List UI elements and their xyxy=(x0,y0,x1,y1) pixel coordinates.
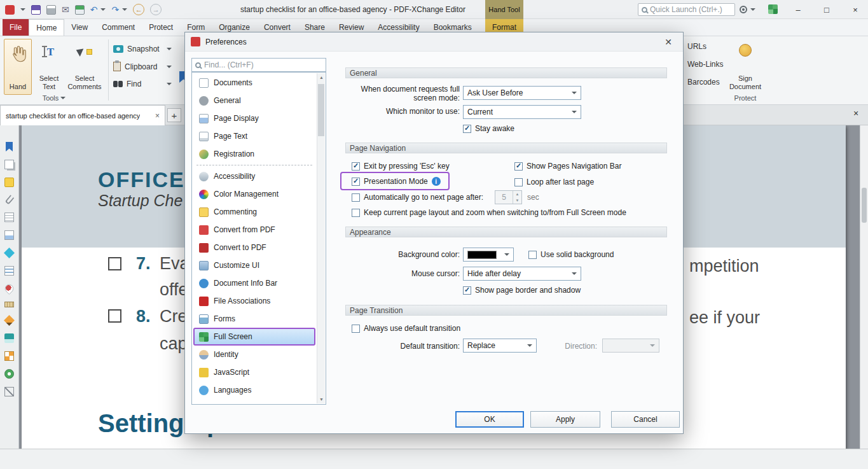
category-list-scrollbar[interactable]: ▲ ▼ xyxy=(317,73,325,403)
cancel-button[interactable]: Cancel xyxy=(611,411,680,428)
scrollbar-thumb[interactable] xyxy=(862,188,867,223)
menu-protect[interactable]: Protect xyxy=(142,19,180,36)
menu-view[interactable]: View xyxy=(64,19,95,36)
preferences-search-input[interactable] xyxy=(204,60,322,69)
select-comments-button[interactable]: SelectComments xyxy=(65,39,104,95)
category-accessibility[interactable]: Accessibility xyxy=(193,167,315,185)
quick-launch-box[interactable] xyxy=(638,3,735,16)
settings-caret-icon[interactable] xyxy=(750,8,755,13)
monitor-combo[interactable]: Current xyxy=(463,105,581,119)
compass-icon[interactable] xyxy=(4,369,14,379)
comments-panel-icon[interactable] xyxy=(4,178,14,187)
bookmarks-panel-icon[interactable] xyxy=(6,142,13,151)
pencil-icon[interactable] xyxy=(4,315,15,326)
tabbar-close-icon[interactable]: × xyxy=(853,108,858,118)
category-forms[interactable]: Forms xyxy=(193,310,315,328)
category-registration[interactable]: Registration xyxy=(193,145,315,163)
ui-switch-grid-icon[interactable] xyxy=(768,4,778,14)
hand-tool-button[interactable]: Hand xyxy=(4,39,32,95)
category-document-info-bar[interactable]: Document Info Bar xyxy=(193,274,315,292)
auto-next-page-checkbox[interactable]: Automatically go to next page after: xyxy=(352,193,483,202)
print-icon[interactable] xyxy=(46,5,56,15)
grid-icon[interactable] xyxy=(4,351,14,361)
scroll-down-icon[interactable]: ▼ xyxy=(317,395,326,403)
find-button[interactable]: Find xyxy=(113,80,172,88)
loop-after-last-checkbox[interactable]: Loop after last page xyxy=(514,178,594,186)
dialog-close-icon[interactable]: ✕ xyxy=(659,35,677,49)
clipboard-button[interactable]: Clipboard xyxy=(113,62,172,71)
content-list-icon[interactable] xyxy=(4,266,14,276)
hand-tool-contextual-tab[interactable]: Hand Tool xyxy=(485,0,523,19)
export-icon[interactable] xyxy=(75,5,85,15)
category-commenting[interactable]: Commenting xyxy=(193,203,315,221)
layers-diamond-icon[interactable] xyxy=(4,248,15,258)
ok-button[interactable]: OK xyxy=(455,411,524,428)
preferences-search-box[interactable] xyxy=(191,58,326,72)
category-general[interactable]: General xyxy=(193,92,315,109)
quick-launch-input[interactable] xyxy=(650,5,731,14)
category-file-associations[interactable]: File Associations xyxy=(193,292,315,310)
select-text-button[interactable]: T SelectText xyxy=(34,39,64,95)
document-panel-icon[interactable] xyxy=(4,213,14,222)
scroll-thumb[interactable] xyxy=(318,84,324,136)
category-documents[interactable]: Documents xyxy=(193,74,315,92)
category-page-display[interactable]: Page Display xyxy=(193,109,315,127)
document-tab[interactable]: startup checklist for an office-based ag… xyxy=(0,105,165,125)
spinner-arrows[interactable]: ▲▼ xyxy=(513,191,521,204)
background-color-combo[interactable] xyxy=(463,248,514,262)
close-button[interactable]: × xyxy=(846,0,865,19)
category-convert-to-pdf[interactable]: Convert to PDF xyxy=(193,239,315,256)
scroll-up-icon[interactable]: ▲ xyxy=(317,73,326,81)
redo-caret-icon[interactable] xyxy=(122,8,127,13)
request-fullscreen-combo[interactable]: Ask User Before xyxy=(463,86,581,100)
category-languages[interactable]: Languages xyxy=(193,381,315,399)
pages-panel-icon[interactable] xyxy=(4,160,14,169)
category-page-text[interactable]: Page Text xyxy=(193,127,315,145)
document-scrollbar[interactable] xyxy=(860,125,868,449)
default-transition-combo[interactable]: Replace xyxy=(463,339,537,353)
attachments-paperclip-icon[interactable] xyxy=(4,195,14,205)
logo-menu-caret-icon[interactable] xyxy=(20,8,25,13)
menu-comment[interactable]: Comment xyxy=(95,19,142,36)
show-pages-nav-checkbox[interactable]: Show Pages Navigation Bar xyxy=(514,162,621,171)
dialog-title-bar[interactable]: Preferences ✕ xyxy=(185,32,683,52)
spin-down-icon[interactable]: ▼ xyxy=(513,197,521,204)
exit-esc-checkbox[interactable]: Exit by pressing 'Esc' key xyxy=(352,162,450,171)
destinations-pin-icon[interactable] xyxy=(3,283,15,295)
always-default-transition-checkbox[interactable]: Always use default transition xyxy=(352,324,460,333)
category-convert-from-pdf[interactable]: Convert from PDF xyxy=(193,221,315,239)
resize-arrows-icon[interactable] xyxy=(4,387,14,396)
menu-home[interactable]: Home xyxy=(29,19,64,36)
new-tab-button[interactable]: + xyxy=(167,108,181,122)
undo-caret-icon[interactable] xyxy=(100,8,106,13)
tab-close-icon[interactable]: × xyxy=(155,111,160,120)
forward-icon[interactable]: → xyxy=(150,4,162,15)
presentation-mode-checkbox[interactable]: Presentation Modei xyxy=(352,177,441,186)
keep-layout-checkbox[interactable]: Keep current page layout and zoom when s… xyxy=(352,208,626,217)
protect-group-label[interactable]: Protect xyxy=(727,94,764,102)
category-identity[interactable]: Identity xyxy=(193,346,315,363)
category-javascript[interactable]: JavaScript xyxy=(193,363,315,381)
category-color-management[interactable]: Color Management xyxy=(193,185,315,203)
mouse-cursor-combo[interactable]: Hide after delay xyxy=(463,267,581,281)
undo-icon[interactable]: ↶ xyxy=(90,5,98,14)
use-solid-background-checkbox[interactable]: Use solid background xyxy=(528,250,614,259)
sign-document-button[interactable]: SignDocument xyxy=(727,39,764,95)
mail-icon[interactable]: ✉ xyxy=(62,5,69,14)
save-icon[interactable] xyxy=(31,5,41,15)
measure-ruler-icon[interactable] xyxy=(4,302,14,307)
redo-icon[interactable]: ↷ xyxy=(111,5,119,14)
category-customize-ui[interactable]: Customize UI xyxy=(193,256,315,274)
fields-panel-icon[interactable] xyxy=(4,230,14,240)
show-page-border-checkbox[interactable]: Show page border and shadow xyxy=(463,286,581,295)
category-full-screen[interactable]: Full Screen xyxy=(193,328,315,346)
tools-group-label[interactable]: Tools xyxy=(4,94,104,102)
settings-gear-icon[interactable] xyxy=(740,6,747,13)
info-icon[interactable]: i xyxy=(432,177,441,186)
highlighter-icon[interactable] xyxy=(4,333,14,343)
snapshot-button[interactable]: Snapshot xyxy=(113,45,172,53)
minimize-button[interactable]: – xyxy=(789,0,808,19)
menu-file[interactable]: File xyxy=(3,19,29,36)
spin-up-icon[interactable]: ▲ xyxy=(513,191,521,197)
apply-button[interactable]: Apply xyxy=(530,411,600,428)
